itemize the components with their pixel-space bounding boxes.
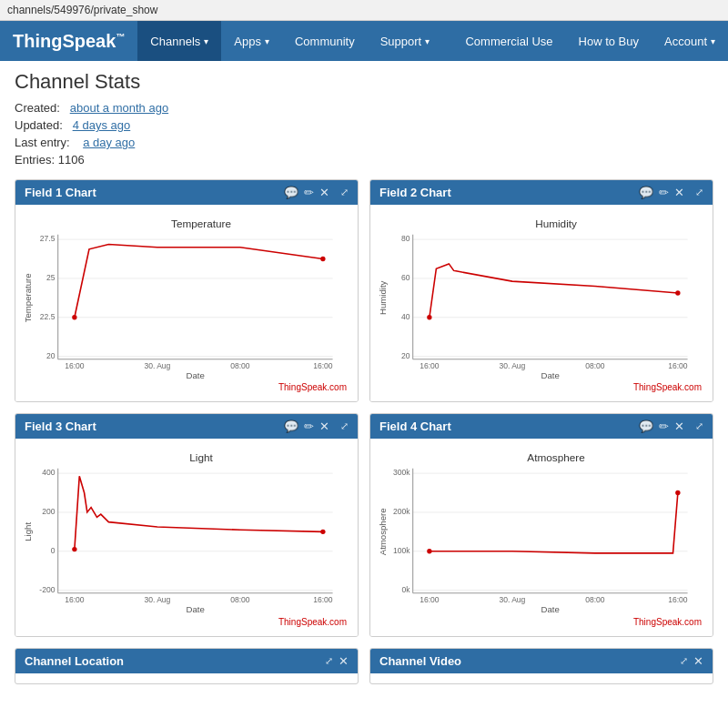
chart-field4-credit: ThingSpeak.com — [376, 615, 707, 631]
chart-grid: Field 1 Chart 💬 ✏ ✕ ⤢ Temperature Temper… — [15, 179, 713, 637]
chart-field4-edit-icon[interactable]: ✏ — [659, 420, 669, 433]
chart-field2-svg: Humidity Humidity 80 60 40 20 16:00 30. … — [376, 210, 707, 380]
svg-text:20: 20 — [46, 351, 56, 360]
chart-field4-close-icon[interactable]: ✕ — [674, 420, 684, 433]
stat-created-label: Created: — [15, 101, 66, 115]
svg-point-74 — [427, 549, 431, 553]
svg-text:60: 60 — [401, 273, 410, 282]
nav-apps[interactable]: Apps ▾ — [221, 21, 282, 61]
chart-field2-credit: ThingSpeak.com — [376, 380, 707, 396]
nav-account-label: Account — [664, 35, 707, 48]
stat-entries-label: Entries: — [15, 153, 58, 167]
svg-point-55 — [72, 547, 76, 551]
stat-updated-value[interactable]: 4 days ago — [73, 118, 131, 132]
stat-last-entry-value[interactable]: a day ago — [83, 136, 135, 149]
svg-text:16:00: 16:00 — [420, 361, 440, 370]
chart-field1-header: Field 1 Chart 💬 ✏ ✕ ⤢ — [15, 180, 358, 205]
chart-video-title: Channel Video — [379, 654, 461, 668]
brand-name: ThingSpeak™ — [13, 31, 125, 52]
nav-community[interactable]: Community — [282, 21, 368, 61]
chart-field1-expand-icon[interactable]: ⤢ — [340, 187, 349, 198]
svg-text:16:00: 16:00 — [668, 361, 688, 370]
chart-field3-comment-icon[interactable]: 💬 — [284, 420, 298, 433]
nav-how-to-buy[interactable]: How to Buy — [566, 21, 652, 61]
chart-video-icons: ⤢ ✕ — [680, 654, 703, 668]
nav-how-to-buy-label: How to Buy — [579, 35, 639, 48]
nav-support-label: Support — [380, 35, 422, 48]
chart-field4-comment-icon[interactable]: 💬 — [639, 420, 653, 433]
svg-text:200: 200 — [42, 507, 56, 516]
chart-location: Channel Location ⤢ ✕ — [15, 648, 359, 684]
svg-text:27.5: 27.5 — [40, 234, 56, 243]
chart-field3-expand-icon[interactable]: ⤢ — [340, 420, 349, 432]
chart-field4: Field 4 Chart 💬 ✏ ✕ ⤢ Atmosphere Atmosph… — [369, 413, 713, 636]
stat-updated-label: Updated: — [15, 118, 69, 132]
chart-location-header: Channel Location ⤢ ✕ — [15, 649, 358, 673]
chart-field1-comment-icon[interactable]: 💬 — [284, 186, 298, 199]
nav-commercial[interactable]: Commercial Use — [452, 21, 565, 61]
svg-text:30. Aug: 30. Aug — [144, 596, 170, 605]
chart-field1-icons: 💬 ✏ ✕ ⤢ — [284, 186, 349, 199]
chart-field1-close-icon[interactable]: ✕ — [319, 186, 329, 199]
chart-field2-icons: 💬 ✏ ✕ ⤢ — [639, 186, 703, 199]
svg-text:20: 20 — [401, 351, 410, 360]
chart-field4-body: Atmosphere Atmosphere 300k 200k 100k 0k … — [370, 439, 713, 635]
svg-text:16:00: 16:00 — [668, 596, 688, 605]
chart-field2-body: Humidity Humidity 80 60 40 20 16:00 30. … — [370, 205, 713, 401]
nav-community-label: Community — [295, 35, 355, 48]
chart-field2-edit-icon[interactable]: ✏ — [659, 186, 669, 199]
nav-apps-label: Apps — [234, 35, 261, 48]
svg-point-18 — [320, 257, 325, 261]
svg-text:Date: Date — [541, 370, 559, 380]
svg-text:16:00: 16:00 — [65, 596, 85, 605]
chart-field3-icons: 💬 ✏ ✕ ⤢ — [284, 420, 349, 433]
chart-location-expand-icon[interactable]: ⤢ — [325, 655, 333, 667]
svg-point-36 — [427, 315, 431, 319]
navbar: ThingSpeak™ Channels ▾ Apps ▾ Community … — [0, 21, 728, 61]
chart-field3-title: Field 3 Chart — [25, 420, 96, 433]
chart-field2-expand-icon[interactable]: ⤢ — [695, 187, 703, 198]
chart-field4-expand-icon[interactable]: ⤢ — [695, 420, 703, 432]
chart-field3-svg: Light Light 400 200 0 -200 16:00 30. Aug… — [21, 444, 352, 614]
chart-field3-close-icon[interactable]: ✕ — [319, 420, 329, 433]
brand-logo[interactable]: ThingSpeak™ — [0, 21, 137, 61]
browser-url-bar: channels/549976/private_show — [0, 0, 728, 21]
chart-location-close-icon[interactable]: ✕ — [339, 654, 349, 668]
chart-video-close-icon[interactable]: ✕ — [693, 654, 703, 668]
stat-created: Created: about a month ago — [15, 101, 713, 115]
chart-field4-title: Field 4 Chart — [379, 420, 451, 433]
chart-field3-body: Light Light 400 200 0 -200 16:00 30. Aug… — [15, 439, 358, 635]
svg-text:Humidity: Humidity — [535, 217, 577, 229]
url-text: channels/549976/private_show — [7, 4, 157, 16]
chart-field3-edit-icon[interactable]: ✏ — [304, 420, 314, 433]
page-title: Channel Stats — [15, 70, 713, 94]
svg-text:Date: Date — [186, 605, 204, 615]
chart-field4-header: Field 4 Chart 💬 ✏ ✕ ⤢ — [370, 414, 713, 439]
chart-field2-close-icon[interactable]: ✕ — [674, 186, 684, 199]
chart-field2-comment-icon[interactable]: 💬 — [639, 186, 653, 199]
svg-text:08:00: 08:00 — [585, 596, 605, 605]
svg-text:Temperature: Temperature — [171, 217, 232, 229]
nav-account[interactable]: Account ▾ — [652, 21, 728, 61]
stat-last-entry-label: Last entry: — [15, 136, 80, 149]
svg-text:200k: 200k — [393, 507, 410, 516]
nav-support-caret: ▾ — [425, 36, 430, 46]
stat-created-value[interactable]: about a month ago — [70, 101, 168, 115]
svg-text:Light: Light — [189, 452, 213, 464]
chart-field2: Field 2 Chart 💬 ✏ ✕ ⤢ Humidity Humidity … — [369, 179, 713, 402]
stat-entries-value: 1106 — [58, 153, 85, 167]
chart-location-title: Channel Location — [25, 654, 124, 668]
nav-support[interactable]: Support ▾ — [368, 21, 443, 61]
nav-channels[interactable]: Channels ▾ — [137, 21, 221, 61]
chart-field4-svg: Atmosphere Atmosphere 300k 200k 100k 0k … — [376, 444, 707, 614]
chart-field1-edit-icon[interactable]: ✏ — [304, 186, 314, 199]
chart-video-expand-icon[interactable]: ⤢ — [680, 655, 688, 667]
svg-text:Light: Light — [23, 522, 33, 541]
svg-text:08:00: 08:00 — [585, 361, 605, 370]
chart-field2-title: Field 2 Chart — [379, 186, 451, 199]
svg-text:0k: 0k — [401, 585, 410, 594]
svg-text:08:00: 08:00 — [230, 596, 250, 605]
stat-updated: Updated: 4 days ago — [15, 118, 713, 132]
svg-point-75 — [675, 490, 680, 495]
chart-video-header: Channel Video ⤢ ✕ — [370, 649, 713, 673]
